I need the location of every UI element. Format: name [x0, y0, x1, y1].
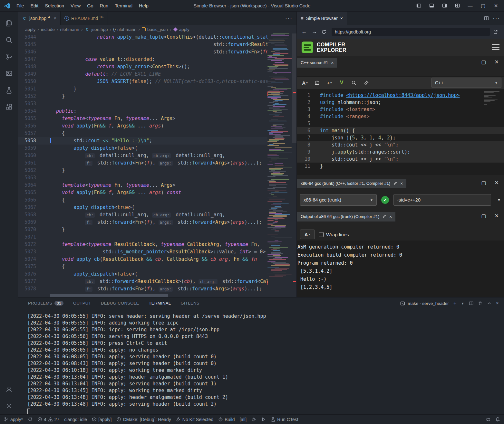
run-ctest-button[interactable]: Run CTest [271, 417, 298, 422]
horizontal-scrollbar-thumb[interactable] [50, 294, 168, 297]
horizontal-scrollbar[interactable] [50, 294, 267, 297]
breadcrumb-item[interactable]: {}nlohmann [113, 27, 136, 32]
menu-help[interactable]: Help [136, 2, 151, 10]
activity-extensions-icon[interactable] [0, 99, 18, 115]
close-window-icon[interactable]: ✕ [490, 1, 501, 10]
activity-cmake-icon[interactable] [0, 65, 18, 82]
git-branch-status[interactable]: apply* [4, 417, 23, 422]
edit-icon[interactable] [393, 181, 397, 185]
font-size-button[interactable]: A▾ [299, 78, 310, 88]
wrap-lines-checkbox[interactable] [319, 232, 324, 237]
toggle-panel-right-icon[interactable] [439, 1, 450, 10]
new-terminal-icon[interactable]: + [453, 300, 457, 306]
breadcrumb-item[interactable]: Cjson.hpp [84, 27, 108, 32]
code-line[interactable]: 5068 cb: detail::null_arg, cb_arg: detai… [18, 211, 267, 219]
code-line[interactable]: 5063 [18, 174, 267, 182]
panel-tab-debug-console[interactable]: DEBUG CONSOLE [100, 297, 140, 309]
breadcrumb-item[interactable]: basic_json [142, 27, 168, 32]
close-pane-icon[interactable]: ✕ [495, 180, 499, 186]
compiler-select[interactable]: x86-64 gcc (trunk) ▼ [300, 194, 377, 206]
browser-code-line[interactable]: 5 [297, 120, 504, 127]
maximize-panel-icon[interactable] [487, 301, 491, 306]
activity-source-control-icon[interactable] [0, 48, 18, 65]
hamburger-menu-icon[interactable] [492, 44, 499, 50]
editor-actions[interactable]: ··· [281, 12, 296, 25]
close-pane-icon[interactable]: ✕ [495, 59, 499, 65]
close-pane-icon[interactable]: ✕ [495, 213, 499, 219]
close-icon[interactable]: × [400, 181, 403, 186]
back-icon[interactable]: ← [301, 29, 308, 35]
clangd-status[interactable]: clangd: idle [64, 417, 87, 422]
breadcrumb-item[interactable]: include [41, 27, 55, 32]
edit-icon[interactable] [382, 214, 386, 219]
font-size-button[interactable]: A▾ [300, 230, 315, 239]
terminal-select[interactable]: make - serve_header [400, 301, 449, 306]
code-line[interactable]: 5073 std::is_member_pointer<ResultCallba… [18, 248, 267, 256]
code-line[interactable]: 5048 return apply_error<ConstThis>(); [18, 63, 267, 71]
code-line[interactable]: 5044 return apply_make_tuple<ConstThis>(… [18, 33, 267, 41]
activity-account-icon[interactable] [0, 381, 18, 398]
compiler-pane-tab[interactable]: x86-64 gcc (trunk) (C++, Editor #1, Comp… [297, 179, 406, 188]
sync-status[interactable] [28, 417, 33, 422]
code-line[interactable]: 5078 f: std::forward<Fn>(f), args: std::… [18, 285, 267, 293]
pin-icon[interactable] [361, 78, 372, 88]
scrollbar-thumb[interactable] [292, 33, 296, 143]
toggle-panel-bottom-icon[interactable] [426, 1, 437, 10]
cmake-debug-button[interactable] [251, 417, 256, 422]
maximize-pane-icon[interactable]: ▢ [481, 59, 486, 65]
source-pane-tab[interactable]: C++ source #1 × [297, 58, 337, 68]
browser-code-line[interactable]: 9 j.apply(std::ranges::sort); [297, 148, 504, 155]
close-panel-icon[interactable]: × [496, 300, 499, 306]
breadcrumb-item[interactable]: nlohmann [60, 27, 79, 32]
browser-code-line[interactable]: 8 std::cout << j << "\n"; [297, 141, 504, 148]
close-icon[interactable]: × [340, 16, 343, 21]
menu-run[interactable]: Run [97, 2, 111, 10]
browser-code-line[interactable]: 4#include <ranges> [297, 113, 504, 120]
add-pane-button[interactable]: +▾ [324, 78, 335, 88]
code-line[interactable]: 5072 template<typename ResultCallback, t… [18, 241, 267, 248]
open-external-icon[interactable] [493, 30, 500, 34]
code-line[interactable]: 5051 } [18, 85, 267, 93]
tab-json-hpp[interactable]: Cjson.hpp4× [18, 12, 61, 25]
browser-code-line[interactable]: 1#include <https://localhost:8443/apply/… [297, 92, 504, 99]
url-input[interactable]: https://godbolt.org [332, 28, 490, 36]
breadcrumb-item[interactable]: apply [25, 27, 35, 32]
minimap[interactable] [267, 33, 292, 294]
code-line[interactable]: 5047 case value_t::discarded: [18, 56, 267, 63]
code-line[interactable]: 5060 cb: detail::null_arg, cb_arg: detai… [18, 152, 267, 159]
browser-code-line[interactable]: 3#include <iostream> [297, 106, 504, 113]
overview-ruler[interactable] [292, 33, 296, 294]
reload-icon[interactable] [321, 29, 328, 34]
menu-terminal[interactable]: Terminal [112, 2, 135, 10]
code-line[interactable]: 5069 f: std::forward<Fn>(f), args: std::… [18, 219, 267, 226]
code-line[interactable]: 5055 template<typename Fn, typename... A… [18, 115, 267, 122]
notifications-button[interactable] [495, 417, 500, 422]
split-terminal-icon[interactable] [469, 301, 473, 306]
minimize-icon[interactable]: — [465, 1, 476, 10]
activity-settings-gear-icon[interactable] [0, 398, 18, 414]
cmake-kit-status[interactable]: No Kit Selected [176, 417, 214, 422]
terminal-dropdown-icon[interactable]: ▼ [461, 302, 464, 305]
activity-explorer-icon[interactable] [0, 15, 18, 32]
code-line[interactable]: 5061 f: std::forward<Fn>(f), args: std::… [18, 159, 267, 167]
browser-code-line[interactable]: 7 json j{5, 3, 1, 4, 2}; [297, 134, 504, 141]
code-line[interactable]: 5075 { [18, 263, 267, 270]
browser-code-line[interactable]: 2using nlohmann::json; [297, 99, 504, 106]
maximize-pane-icon[interactable]: ▢ [481, 213, 486, 219]
panel-tab-terminal[interactable]: TERMINAL [148, 297, 172, 309]
menu-go[interactable]: Go [84, 2, 96, 10]
cmake-ready-status[interactable]: CMake: [Debug]: Ready [116, 417, 171, 422]
code-line[interactable]: 5057 { [18, 130, 267, 137]
problems-status[interactable]: 427 [37, 417, 59, 422]
cmake-build-target[interactable]: [all] [239, 417, 247, 422]
code-editor[interactable]: 5044 return apply_make_tuple<ConstThis>(… [18, 33, 296, 297]
code-line[interactable]: 5064 template<typename Fn, typename... A… [18, 182, 267, 189]
customize-layout-icon[interactable] [452, 1, 463, 10]
close-icon[interactable]: × [331, 60, 334, 65]
menu-edit[interactable]: Edit [27, 2, 41, 10]
close-icon[interactable]: × [53, 15, 56, 21]
code-line[interactable]: 5054 public: [18, 108, 267, 115]
cmake-build-button[interactable]: Build [218, 417, 235, 422]
split-editor-icon[interactable] [484, 16, 489, 21]
activity-search-icon[interactable] [0, 32, 18, 48]
